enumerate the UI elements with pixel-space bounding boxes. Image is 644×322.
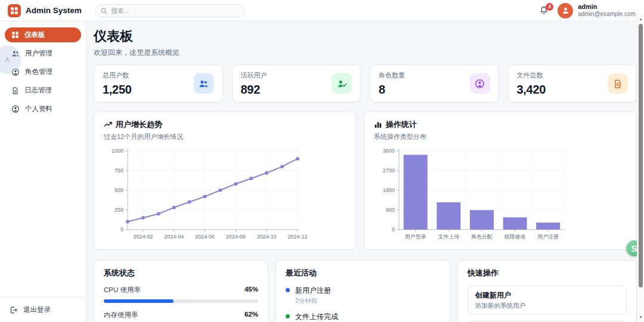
user-menu[interactable]: admin admin@example.com [558, 3, 636, 18]
logout-label: 退出登录 [23, 305, 51, 314]
svg-text:0: 0 [120, 227, 123, 233]
card-title: 最近活动 [286, 268, 440, 278]
svg-text:2024-02: 2024-02 [133, 234, 153, 240]
logout-button[interactable]: 退出登录 [0, 297, 86, 322]
logo-grid-icon [8, 4, 21, 17]
file-document-icon [11, 86, 19, 95]
main-content: 仪表板 欢迎回来，这里是系统概览 总用户数 1,250 活跃用户 892 [86, 21, 644, 322]
avatar [558, 3, 573, 18]
stats-row: 总用户数 1,250 活跃用户 892 角色数量 8 [94, 64, 637, 103]
scroll-down-arrow[interactable]: ▼ [637, 314, 644, 321]
sidebar-item-profile[interactable]: 个人资料 [5, 101, 81, 116]
user-icon [561, 6, 570, 15]
activity-label: 新用户注册 [295, 286, 331, 296]
svg-text:1000: 1000 [112, 148, 123, 154]
users-icon [194, 73, 214, 94]
stat-card-files: 文件总数 3,420 [508, 64, 637, 103]
status-dot [286, 288, 290, 292]
file-document-icon [608, 73, 628, 94]
stat-label: 总用户数 [103, 71, 132, 80]
svg-text:900: 900 [386, 207, 395, 213]
svg-text:1800: 1800 [383, 187, 395, 193]
recent-activity-card: 最近活动 新用户注册 2分钟前 文件上传完成 5分钟前 [275, 260, 450, 322]
progress-fill [104, 299, 174, 303]
stat-value: 892 [241, 83, 267, 97]
svg-text:250: 250 [114, 207, 123, 213]
operations-chart-card: 操作统计 系统操作类型分布 0900180027003600用户登录文件上传角色… [364, 111, 637, 250]
user-circle-icon [11, 105, 20, 113]
logout-icon [10, 306, 18, 314]
line-chart: 025050075010002024-022024-042024-062024-… [104, 146, 309, 247]
header-right: 3 admin admin@example.com [539, 3, 644, 18]
scroll-up-arrow[interactable]: ▲ [637, 16, 644, 23]
trending-up-icon [104, 120, 112, 129]
user-circle-icon [470, 73, 490, 94]
action-desc: 添加新的系统用户 [475, 302, 619, 310]
meter-value: 62% [244, 311, 258, 320]
quick-action-create-user[interactable]: 创建新用户 添加新的系统用户 [467, 286, 627, 315]
sidebar-item-label: 角色管理 [25, 67, 52, 76]
chart-title-row: 用户增长趋势 [104, 119, 346, 130]
stat-label: 角色数量 [379, 71, 405, 80]
svg-text:0: 0 [392, 227, 395, 233]
svg-text:2024-04: 2024-04 [164, 234, 184, 240]
stat-card-roles: 角色数量 8 [370, 64, 499, 103]
app-title: Admin System [26, 6, 82, 15]
chart-subtitle: 系统操作类型分布 [374, 132, 627, 141]
user-check-icon [332, 73, 352, 94]
sidebar-item-dashboard[interactable]: 仪表板 [5, 27, 81, 42]
svg-text:2024-10: 2024-10 [257, 234, 277, 240]
svg-text:用户登录: 用户登录 [405, 234, 426, 240]
sidebar-item-label: 个人资料 [25, 104, 52, 113]
svg-text:750: 750 [114, 168, 123, 174]
activity-time: 2分钟前 [295, 297, 331, 305]
svg-text:用户注册: 用户注册 [537, 234, 559, 240]
quick-actions-card: 快速操作 创建新用户 添加新的系统用户 角色管理 管理用户角色和权限 [457, 260, 637, 322]
page-subtitle: 欢迎回来，这里是系统概览 [94, 48, 637, 58]
meter-value: 45% [244, 286, 258, 295]
svg-text:2700: 2700 [383, 168, 395, 174]
page-title: 仪表板 [94, 27, 637, 45]
stat-label: 文件总数 [517, 71, 546, 80]
status-dot [286, 314, 290, 318]
scrollbar-thumb[interactable] [639, 24, 643, 287]
stat-value: 3,420 [517, 83, 546, 97]
bar-chart-icon [374, 120, 382, 129]
search-icon [100, 7, 108, 17]
user-growth-chart-card: 用户增长趋势 过去12个月的用户增长情况 025050075010002024-… [94, 111, 356, 250]
activity-item: 文件上传完成 5分钟前 [286, 312, 440, 322]
sidebar-item-label: 日志管理 [24, 86, 52, 95]
user-name: admin [578, 3, 636, 11]
notification-badge: 3 [546, 3, 553, 11]
progress-track [104, 299, 258, 303]
svg-text:权限修改: 权限修改 [504, 234, 526, 240]
cpu-meter: CPU 使用率 45% [104, 286, 258, 303]
search-box [95, 4, 245, 17]
activity-label: 文件上传完成 [295, 312, 338, 322]
sidebar-item-label: 仪表板 [24, 30, 45, 39]
charts-row: 用户增长趋势 过去12个月的用户增长情况 025050075010002024-… [94, 111, 637, 250]
sidebar-item-logs[interactable]: 日志管理 [5, 83, 81, 98]
dashboard-grid-icon [11, 31, 19, 39]
app-logo: Admin System [0, 4, 86, 17]
search-input[interactable] [95, 4, 245, 17]
scrollbar: ▲ ▼ [637, 14, 644, 322]
svg-text:2024-08: 2024-08 [226, 234, 246, 240]
meter-label: 内存使用率 [104, 311, 138, 320]
svg-text:3600: 3600 [383, 148, 395, 154]
chart-subtitle: 过去12个月的用户增长情况 [104, 132, 346, 141]
svg-text:角色分配: 角色分配 [471, 234, 493, 240]
card-title: 快速操作 [467, 268, 627, 278]
card-title: 系统状态 [104, 268, 258, 278]
svg-text:2024-06: 2024-06 [195, 234, 215, 240]
notifications-button[interactable]: 3 [539, 5, 550, 16]
system-status-card: 系统状态 CPU 使用率 45% 内存使用率 62% [94, 260, 268, 322]
user-email: admin@example.com [578, 11, 636, 18]
stat-value: 1,250 [103, 83, 132, 97]
chart-title-row: 操作统计 [374, 119, 627, 130]
memory-meter: 内存使用率 62% [104, 311, 258, 322]
stat-card-active-users: 活跃用户 892 [232, 64, 361, 103]
sidebar-item-label: 用户管理 [25, 49, 52, 58]
svg-text:文件上传: 文件上传 [438, 234, 459, 240]
chart-title: 用户增长趋势 [116, 119, 162, 130]
